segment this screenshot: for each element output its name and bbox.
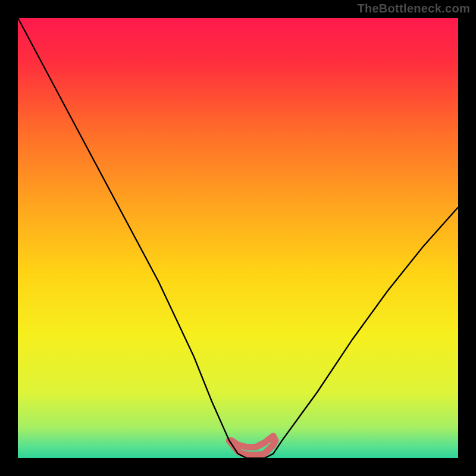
plot-area [18, 18, 458, 458]
chart-frame: TheBottleneck.com [0, 0, 476, 476]
watermark-label: TheBottleneck.com [357, 2, 470, 15]
chart-svg [18, 18, 458, 458]
gradient-backdrop [18, 18, 458, 458]
